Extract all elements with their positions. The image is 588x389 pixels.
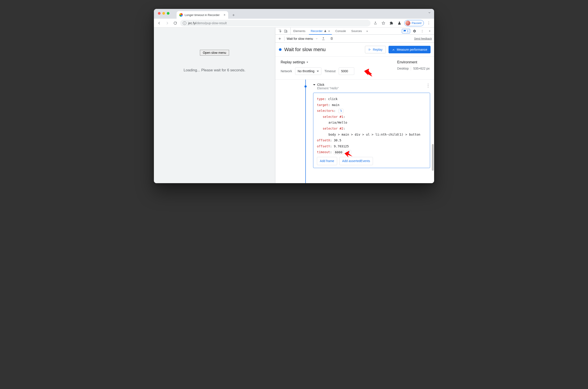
recording-header: Wait for slow menu Replay Measure perfor… [275, 43, 434, 57]
settings-icon[interactable] [412, 28, 418, 34]
recording-status-icon [279, 48, 281, 51]
play-icon [368, 48, 371, 51]
forward-button[interactable] [164, 20, 170, 26]
site-info-icon[interactable]: i [183, 21, 186, 25]
address-bar[interactable]: i jec.fyi/demo/pup-slow-result [180, 20, 371, 27]
delete-recording-icon[interactable] [329, 35, 335, 42]
timeout-input[interactable]: 5000 [339, 67, 354, 75]
tab-sources[interactable]: Sources [349, 28, 365, 34]
scrollbar-thumb[interactable] [432, 144, 434, 171]
share-icon[interactable] [372, 20, 379, 26]
inspect-element-icon[interactable] [277, 28, 283, 34]
step-header[interactable]: Click Element "Hello" [313, 83, 430, 90]
loading-text: Loading... Please wait for 6 seconds. [184, 68, 245, 72]
steps-area: ⋮ Click Element "Hello" type: click targ… [275, 80, 434, 183]
chevron-down-icon [315, 37, 318, 40]
content-area: Open slow menu Loading... Please wait fo… [154, 28, 434, 183]
favicon-icon [179, 13, 183, 17]
measure-performance-button[interactable]: Measure performance [388, 46, 431, 53]
browser-menu-icon[interactable]: ⋮ [426, 20, 432, 26]
scrollbar[interactable] [431, 89, 434, 181]
issues-chip[interactable]: 1 [402, 29, 410, 33]
open-slow-menu-button[interactable]: Open slow menu [200, 50, 229, 56]
environment-heading: Environment [397, 60, 430, 64]
devtools-tabbar: Elements Recorder × Console Sources » 1 [275, 28, 434, 35]
timeout-label: Timeout [324, 69, 336, 73]
step-menu-icon[interactable]: ⋮ [426, 83, 430, 88]
replay-button[interactable]: Replay [365, 46, 386, 53]
new-recording-button[interactable]: ＋ [277, 35, 282, 42]
extensions-icon[interactable] [388, 20, 394, 26]
browser-window: Longer timeout in Recorder × ＋ i jec.fyi… [154, 9, 434, 183]
chevron-down-icon[interactable] [428, 11, 431, 14]
more-tabs-icon[interactable]: » [365, 28, 370, 34]
profile-chip[interactable]: Paused [404, 20, 424, 26]
close-window-icon[interactable] [158, 12, 161, 15]
minimize-window-icon[interactable] [162, 12, 165, 15]
export-icon[interactable] [320, 35, 326, 42]
flask-icon[interactable] [396, 20, 403, 26]
svg-point-2 [393, 50, 394, 50]
tab-elements[interactable]: Elements [291, 28, 308, 34]
back-button[interactable] [156, 20, 162, 26]
browser-tab[interactable]: Longer timeout in Recorder × [176, 11, 228, 19]
devtools-menu-icon[interactable]: ⋮ [419, 28, 425, 34]
flask-icon [324, 30, 326, 32]
step-subtitle: Element "Hello" [317, 87, 339, 90]
step-title: Click [317, 83, 339, 87]
env-size: 535×622 px [413, 67, 430, 70]
url-path: /demo/pup-slow-result [196, 21, 227, 25]
network-label: Network [281, 69, 292, 73]
delete-timeout-icon[interactable] [346, 150, 351, 155]
recorder-toolbar: ＋ Wait for slow menu Send feedback [275, 35, 434, 43]
url-host: jec.fyi [188, 21, 196, 25]
environment-section: Environment Desktop 535×622 px [397, 60, 430, 70]
pick-selector-icon[interactable] [339, 109, 343, 113]
bookmark-icon[interactable] [380, 20, 386, 26]
avatar [405, 21, 410, 26]
replay-settings-section: Replay settings Network No throttling Ti… [275, 57, 434, 80]
fullscreen-window-icon[interactable] [167, 12, 170, 15]
recording-menu-label: Wait for slow menu [287, 37, 313, 40]
tab-strip: Longer timeout in Recorder × ＋ [154, 9, 434, 19]
env-device: Desktop [397, 67, 409, 70]
gauge-icon [392, 48, 395, 51]
caret-down-icon [306, 61, 309, 63]
window-controls [158, 12, 170, 15]
new-tab-button[interactable]: ＋ [230, 12, 237, 18]
send-feedback-link[interactable]: Send feedback [414, 37, 432, 40]
tab-recorder[interactable]: Recorder × [308, 28, 333, 34]
close-panel-icon[interactable]: × [328, 29, 330, 33]
caret-down-icon [313, 84, 315, 87]
recording-title: Wait for slow menu [284, 47, 362, 52]
tab-title: Longer timeout in Recorder [185, 13, 220, 17]
reload-button[interactable] [172, 20, 178, 26]
add-asserted-events-button[interactable]: Add assertedEvents [339, 157, 373, 165]
step-details-box: type: click target: main selectors: sele… [313, 93, 430, 168]
network-throttling-select[interactable]: No throttling [295, 67, 321, 75]
timeline-line [305, 80, 306, 183]
device-toolbar-icon[interactable] [283, 28, 289, 34]
devtools-panel: Elements Recorder × Console Sources » 1 [275, 28, 434, 183]
browser-toolbar: i jec.fyi/demo/pup-slow-result Paused ⋮ [154, 19, 434, 28]
issues-count: 1 [407, 30, 409, 33]
add-frame-button[interactable]: Add frame [317, 157, 337, 165]
step-timeout-input[interactable]: 6000 [334, 150, 344, 155]
timeline-marker-icon [305, 85, 307, 88]
tab-console[interactable]: Console [333, 28, 349, 34]
close-tab-icon[interactable]: × [224, 13, 226, 17]
close-devtools-icon[interactable]: × [427, 28, 433, 34]
replay-settings-heading[interactable]: Replay settings [281, 60, 388, 64]
page-viewport: Open slow menu Loading... Please wait fo… [154, 28, 275, 183]
profile-status: Paused [412, 21, 421, 25]
recording-selector[interactable]: Wait for slow menu [287, 37, 318, 40]
